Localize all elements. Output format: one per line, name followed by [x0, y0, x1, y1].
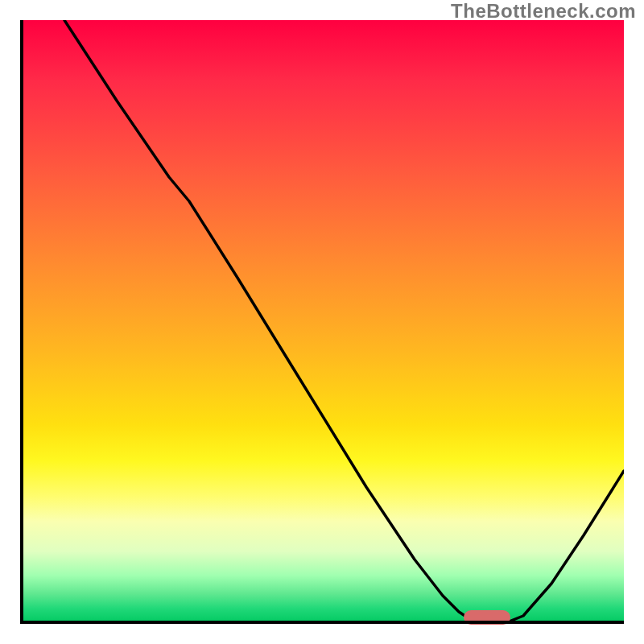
optimal-point-marker [464, 610, 510, 625]
plot-area [20, 20, 624, 624]
bottleneck-curve [20, 20, 624, 624]
chart-container: TheBottleneck.com [0, 0, 644, 644]
curve-path [64, 20, 624, 622]
watermark-text: TheBottleneck.com [451, 0, 636, 23]
